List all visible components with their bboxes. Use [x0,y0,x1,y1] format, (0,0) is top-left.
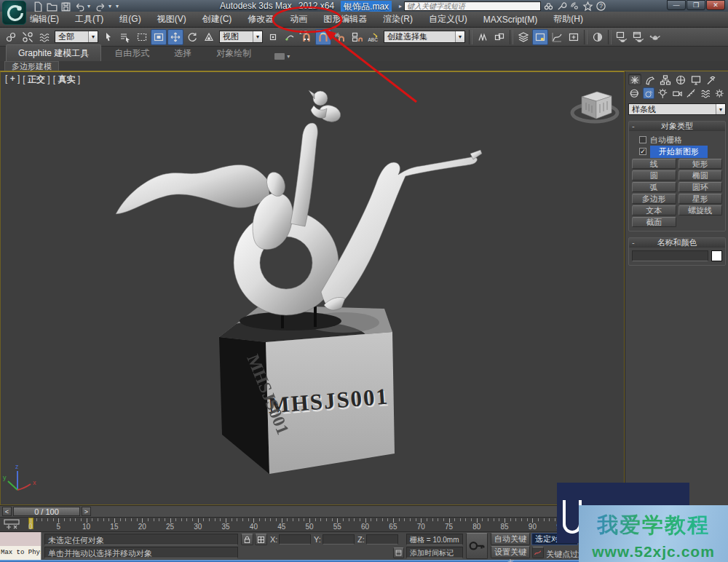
open-mini-curve-editor-icon[interactable] [4,519,20,530]
bind-to-space-warp[interactable] [36,29,52,45]
default-in-out-tangent-icon[interactable] [532,547,544,558]
helpers-category[interactable] [685,87,697,99]
named-selection-sets-dropdown[interactable]: 创建选择集▾ [384,31,465,43]
previous-frame-button[interactable]: < [2,507,12,516]
dancer-statue[interactable] [116,90,482,331]
shape-button-星形[interactable]: 星形 [678,194,723,204]
y-coordinate-field[interactable] [323,534,355,545]
spinner-snap-toggle[interactable] [349,29,365,45]
undo-caret[interactable]: ▾ [87,3,93,9]
absolute-offset-mode-toggle[interactable] [255,534,267,545]
save-file-button[interactable] [60,1,72,11]
viewport-menu-general[interactable]: [ + ] [4,74,20,86]
add-time-tag[interactable]: 添加时间标记 [406,547,463,558]
geometry-category[interactable] [628,87,641,99]
snap-toggle-2-5d[interactable]: 2.5 [298,29,314,45]
dropdown-arrow-icon[interactable]: ▾ [253,31,262,42]
align[interactable] [491,29,507,45]
object-color-swatch[interactable] [711,250,722,261]
shapes-category[interactable] [643,87,655,99]
use-pivot-point-center[interactable] [265,29,281,45]
render-production[interactable] [647,29,663,45]
menu-item-渲染(R)[interactable]: 渲染(R) [375,11,421,28]
viewcube[interactable] [572,92,617,122]
select-and-manipulate[interactable] [282,29,298,45]
maximize-button[interactable]: ❒ [687,0,705,10]
curve-editor[interactable] [549,29,565,45]
application-menu-button[interactable] [2,1,26,25]
dropdown-arrow-icon[interactable]: ▾ [455,31,464,42]
ribbon-tab-对象绘制[interactable]: 对象绘制 [205,45,263,61]
menu-item-创建(C)[interactable]: 创建(C) [194,11,240,28]
reference-coordinate-system-dropdown[interactable]: 视图▾ [219,31,263,43]
menu-item-MAXScript(M)[interactable]: MAXScript(M) [475,12,546,27]
object-name-input[interactable] [632,250,708,261]
ribbon-tab-选择[interactable]: 选择 [162,45,203,61]
maxscript-mini-listener[interactable]: Max to Physcs ( [0,546,41,560]
shape-button-椭圆[interactable]: 椭圆 [678,170,723,181]
shape-button-圆[interactable]: 圆 [632,170,676,181]
search-icon[interactable] [543,1,554,11]
autogrid-checkbox[interactable] [639,136,646,143]
window-crossing-toggle[interactable] [151,29,167,45]
shape-button-弧[interactable]: 弧 [632,182,676,192]
shape-button-文本[interactable]: 文本 [632,205,676,215]
percent-snap-toggle[interactable]: % [332,29,348,45]
start-new-shape-checkbox[interactable]: ✓ [639,148,646,155]
lights-category[interactable] [657,87,669,99]
motion-tab[interactable] [674,74,687,85]
create-tab[interactable] [628,74,641,85]
viewport-menu-pov[interactable]: [ 正交 ] [22,74,50,86]
cameras-category[interactable] [671,87,684,99]
open-file-button[interactable] [46,1,58,11]
layer-manager[interactable] [515,29,531,45]
set-key-button[interactable]: 设置关键点 [491,546,530,558]
rendered-frame-window[interactable] [630,29,646,45]
shape-category-dropdown[interactable]: 样条线 ▾ [628,103,726,115]
new-scene-button[interactable] [32,1,44,11]
angle-snap-toggle[interactable] [315,29,331,45]
redo-button[interactable] [95,1,107,11]
select-and-link[interactable] [3,29,19,45]
time-tag-icon[interactable] [393,547,404,558]
modify-tab[interactable] [644,74,657,85]
menu-item-组(G)[interactable]: 组(G) [111,11,149,28]
select-and-uniform-scale[interactable] [201,29,217,45]
menu-item-自定义(U)[interactable]: 自定义(U) [421,11,475,28]
auto-key-button[interactable]: 自动关键点 [491,533,530,545]
search-input[interactable] [404,1,541,11]
systems-category[interactable] [713,87,726,99]
select-object[interactable] [100,29,116,45]
rectangular-selection-region[interactable] [134,29,150,45]
set-keys-button[interactable] [466,533,488,559]
viewport[interactable]: [ + ] [ 正交 ] [ 真实 ] [0,71,625,505]
edit-named-selection-sets[interactable]: ABC [365,29,381,45]
utilities-tab[interactable] [705,74,718,85]
object-type-rollout-header[interactable]: - 对象类型 [629,122,725,131]
time-slider-handle[interactable]: 0 / 100 [13,507,80,516]
select-by-name[interactable] [117,29,133,45]
tab-polygon-modeling[interactable]: 多边形建模 [4,61,59,71]
ribbon-tab-自由形式[interactable]: 自由形式 [103,45,161,61]
graphite-ribbon-toggle[interactable] [532,29,548,45]
pedestal-cube[interactable]: MHSJS001 MHSJS001 MHSJS001 [205,305,395,474]
help-icon[interactable]: ? [596,1,606,11]
menu-item-工具(T)[interactable]: 工具(T) [67,11,111,28]
hierarchy-tab[interactable] [659,74,672,85]
shape-button-多边形[interactable]: 多边形 [632,194,676,204]
menu-item-编辑(E)[interactable]: 编辑(E) [22,11,67,28]
maxscript-listener-macro-pane[interactable] [0,532,41,546]
spacewarps-category[interactable] [700,87,712,99]
menu-item-图形编辑器[interactable]: 图形编辑器 [315,11,375,28]
selection-lock-toggle[interactable] [241,534,253,545]
ribbon-tab-Graphite 建模工具[interactable]: Graphite 建模工具 [6,44,101,61]
select-and-move[interactable] [167,29,183,45]
display-tab[interactable] [689,74,703,85]
menu-item-视图(V)[interactable]: 视图(V) [149,11,194,28]
material-editor[interactable] [590,29,606,45]
z-coordinate-field[interactable] [366,534,398,545]
shape-button-线[interactable]: 线 [632,159,676,169]
close-button[interactable]: ✕ [706,0,725,10]
favorites-star-icon[interactable] [582,1,593,11]
menu-item-修改器[interactable]: 修改器 [240,11,282,28]
